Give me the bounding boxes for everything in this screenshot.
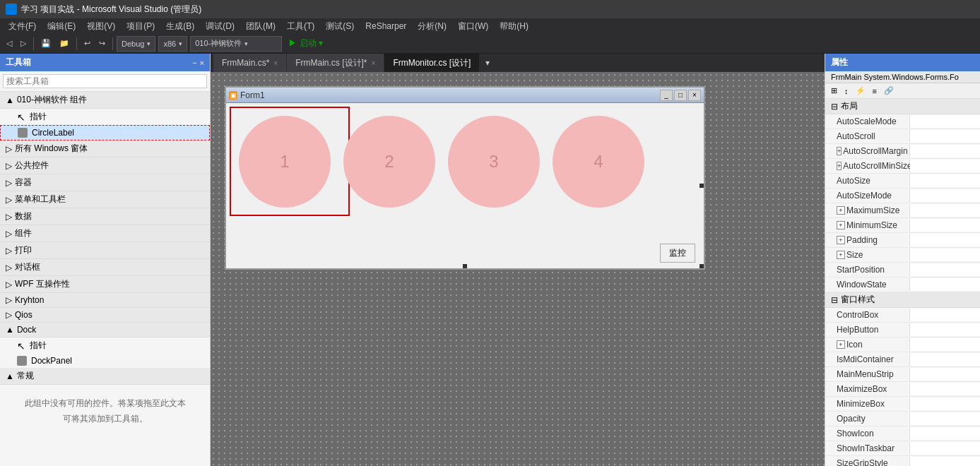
prop-section-layout[interactable]: ⊟ 布局 (825, 99, 980, 114)
menu-file[interactable]: 文件(F) (3, 19, 42, 34)
resize-handle-corner[interactable] (699, 264, 704, 268)
toolbox-section-dock-header[interactable]: ▲ Dock (0, 323, 210, 337)
resize-handle-bottom[interactable] (463, 264, 467, 268)
prop-value[interactable] (910, 263, 980, 276)
prop-value[interactable] (910, 130, 980, 143)
monitor-button[interactable]: 监控 (660, 244, 695, 263)
tab-scroll-arrow[interactable]: ▾ (480, 58, 495, 68)
prop-tool-link-icon[interactable]: 🔗 (881, 85, 897, 97)
toolbox-item-pointer1[interactable]: ↖ 指针 (0, 109, 210, 125)
toolbox-section-winforms-header[interactable]: ▷ 所有 Windows 窗体 (0, 141, 210, 157)
menu-tools[interactable]: 工具(T) (281, 19, 320, 34)
prop-value[interactable] (910, 249, 980, 261)
debug-mode-dropdown[interactable]: Debug ▾ (117, 36, 155, 52)
prop-expand-icon[interactable]: + (837, 147, 842, 155)
prop-value[interactable] (910, 174, 980, 187)
platform-dropdown[interactable]: x86 ▾ (158, 36, 187, 52)
menu-edit[interactable]: 编辑(E) (42, 19, 81, 34)
menu-window[interactable]: 窗口(W) (452, 19, 494, 34)
prop-value[interactable] (910, 323, 980, 336)
toolbox-section-menu-header[interactable]: ▷ 菜单和工具栏 (0, 191, 210, 208)
menu-test[interactable]: 测试(S) (320, 19, 360, 34)
prop-value[interactable] (910, 427, 980, 440)
prop-tool-event-icon[interactable]: ⚡ (853, 85, 868, 97)
prop-tool-prop-icon[interactable]: ≡ (870, 85, 880, 97)
prop-value[interactable] (910, 353, 980, 366)
prop-value[interactable] (910, 115, 980, 128)
toolbox-section-container-header[interactable]: ▷ 容器 (0, 174, 210, 191)
form-body[interactable]: 1 2 3 4 监控 (226, 103, 704, 268)
prop-value[interactable] (910, 398, 980, 410)
toolbox-section-print-header[interactable]: ▷ 打印 (0, 242, 210, 259)
menu-debug[interactable]: 调试(D) (200, 19, 240, 34)
prop-value[interactable] (910, 160, 980, 172)
toolbox-item-circlelabel[interactable]: CircleLabel (0, 125, 210, 141)
menu-project[interactable]: 项目(P) (121, 19, 160, 34)
toolbox-section-kryhton-header[interactable]: ▷ Kryhton (0, 293, 210, 308)
tab-frmmain-design[interactable]: FrmMain.cs [设计]* × (287, 54, 384, 72)
toolbar-redo-btn[interactable]: ↪ (95, 36, 109, 52)
toolbox-section-general-header[interactable]: ▲ 常规 (0, 368, 210, 385)
form-close-btn[interactable]: × (688, 90, 701, 101)
tab-close-0[interactable]: × (273, 59, 278, 67)
prop-expand-icon[interactable]: + (837, 236, 845, 244)
form-minimize-btn[interactable]: _ (660, 90, 673, 101)
prop-tool-sort-icon[interactable]: ↕ (842, 85, 851, 97)
toolbox-section-shenkang-header[interactable]: ▲ 010-神钢软件 组件 (0, 92, 210, 109)
prop-tool-grid-icon[interactable]: ⊞ (828, 85, 840, 97)
tab-frmmonitor-design[interactable]: FrmMonitor.cs [设计] (384, 54, 480, 72)
prop-section-windowstyle[interactable]: ⊟ 窗口样式 (825, 292, 980, 308)
prop-value[interactable] (910, 368, 980, 381)
form-maximize-btn[interactable]: □ (674, 90, 687, 101)
prop-value[interactable] (910, 412, 980, 425)
tab-frmmain-cs[interactable]: FrmMain.cs* × (213, 54, 287, 72)
toolbox-search-input[interactable] (3, 74, 207, 88)
toolbox-section-dialog-header[interactable]: ▷ 对话框 (0, 259, 210, 276)
menu-resharper[interactable]: ReSharper (360, 20, 412, 32)
toolbox-section-data-header[interactable]: ▷ 数据 (0, 208, 210, 225)
prop-value[interactable] (910, 189, 980, 202)
designer-area[interactable]: ▣ Form1 _ □ × 1 (211, 72, 825, 466)
prop-value[interactable] (910, 309, 980, 321)
start-button[interactable]: ▶ 启动 ▾ (285, 36, 326, 52)
toolbar-save-all-btn[interactable]: 📁 (56, 36, 73, 52)
toolbox-pin-icon[interactable]: − (192, 59, 196, 67)
prop-expand-icon[interactable]: + (837, 162, 842, 170)
prop-value[interactable] (910, 278, 980, 291)
menu-build[interactable]: 生成(B) (160, 19, 200, 34)
toolbar-back-btn[interactable]: ◁ (3, 36, 16, 52)
toolbar-save-btn[interactable]: 💾 (37, 36, 54, 52)
resize-handle-right[interactable] (699, 184, 704, 188)
prop-expand-icon[interactable]: + (837, 206, 845, 215)
prop-expand-icon[interactable]: + (837, 221, 845, 229)
toolbox-section-wpf-header[interactable]: ▷ WPF 互操作性 (0, 276, 210, 293)
prop-expand-icon[interactable]: + (837, 340, 845, 349)
menu-analyze[interactable]: 分析(N) (412, 19, 452, 34)
circle-2[interactable]: 2 (343, 116, 435, 208)
tab-close-1[interactable]: × (372, 59, 376, 67)
toolbox-menu-icon[interactable]: × (200, 59, 204, 67)
circle-1[interactable]: 1 (239, 116, 331, 208)
toolbox-section-components-header[interactable]: ▷ 组件 (0, 225, 210, 242)
toolbox-section-common-header[interactable]: ▷ 公共控件 (0, 157, 210, 174)
prop-expand-icon[interactable]: + (837, 251, 845, 259)
prop-value[interactable] (910, 383, 980, 395)
form-window[interactable]: ▣ Form1 _ □ × 1 (225, 86, 705, 270)
prop-value[interactable] (910, 338, 980, 351)
toolbar-forward-btn[interactable]: ▷ (17, 36, 30, 52)
toolbox-section-qios-header[interactable]: ▷ Qios (0, 308, 210, 323)
toolbox-item-dockpanel[interactable]: DockPanel (0, 354, 210, 368)
prop-value[interactable] (910, 145, 980, 157)
menu-team[interactable]: 团队(M) (240, 19, 281, 34)
circle-3[interactable]: 3 (448, 116, 540, 208)
menu-view[interactable]: 视图(V) (81, 19, 121, 34)
project-dropdown[interactable]: 010-神钢软件 ▾ (190, 36, 282, 52)
prop-value[interactable] (910, 219, 980, 232)
menu-help[interactable]: 帮助(H) (494, 19, 534, 34)
prop-value[interactable] (910, 457, 980, 466)
circle-4[interactable]: 4 (553, 116, 644, 208)
toolbox-item-dock-pointer[interactable]: ↖ 指针 (0, 337, 210, 354)
prop-value[interactable] (910, 204, 980, 217)
toolbar-undo-btn[interactable]: ↩ (81, 36, 94, 52)
prop-value[interactable] (910, 234, 980, 246)
